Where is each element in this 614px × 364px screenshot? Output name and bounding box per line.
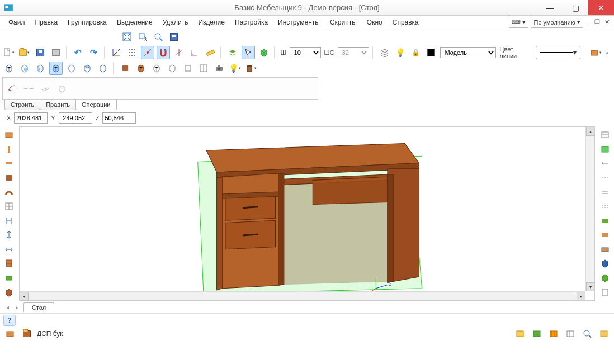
coord-y-input[interactable] xyxy=(59,112,92,124)
print-button[interactable] xyxy=(49,46,63,59)
menu-group[interactable]: Группировка xyxy=(63,17,112,28)
box-shaded-button[interactable] xyxy=(134,62,148,75)
snap-midpoint-button[interactable] xyxy=(141,46,154,59)
rt-mat2-button[interactable] xyxy=(598,229,612,242)
material-swatch-icon[interactable] xyxy=(3,327,17,341)
tab-operations[interactable]: Операции xyxy=(75,100,116,110)
tab-build[interactable]: Строить xyxy=(4,100,40,110)
rt-screw1-button[interactable] xyxy=(598,157,612,170)
view-back-button[interactable] xyxy=(18,62,31,75)
mdi-restore[interactable]: ❐ xyxy=(593,18,601,26)
rt-screw4-button[interactable] xyxy=(598,200,612,213)
grid-button[interactable] xyxy=(125,46,139,59)
scrollbar-horizontal[interactable]: ◂ ▸ xyxy=(20,291,585,300)
lock-button[interactable]: 🔒 xyxy=(409,46,422,59)
tab-scroll-right[interactable]: ▸ xyxy=(14,304,20,310)
view-front-button[interactable] xyxy=(2,62,16,75)
layer-combo[interactable]: Модель xyxy=(440,47,496,58)
mdi-close[interactable]: ✕ xyxy=(603,18,611,26)
sb-btn-6[interactable] xyxy=(597,327,611,341)
viewport-3d[interactable]: z x ▴ ▾ ◂ ▸ xyxy=(19,126,595,301)
lt-height-button[interactable] xyxy=(2,229,16,242)
sb-btn-5[interactable] xyxy=(580,327,594,341)
bulb-button[interactable]: 💡 xyxy=(394,46,407,59)
save-button[interactable] xyxy=(34,46,47,59)
material-folder-icon[interactable] xyxy=(20,327,34,341)
zoom-button[interactable] xyxy=(152,30,165,44)
snap-edge-button[interactable] xyxy=(172,46,186,59)
lt-curve-button[interactable] xyxy=(2,186,16,198)
trash-button[interactable] xyxy=(244,62,257,75)
scroll-down-button[interactable]: ▾ xyxy=(586,282,595,291)
viewmode-combo[interactable]: По умолчанию ▾ xyxy=(531,17,583,28)
view-iso-button[interactable] xyxy=(49,62,63,75)
overflow-icon[interactable]: » xyxy=(605,49,612,56)
width-select[interactable]: 10 xyxy=(290,47,321,58)
rt-mat3-button[interactable] xyxy=(598,243,612,256)
menu-selection[interactable]: Выделение xyxy=(112,17,158,28)
ws-select[interactable]: 32 xyxy=(338,47,369,58)
lt-grid-button[interactable] xyxy=(2,200,16,213)
sb-btn-3[interactable] xyxy=(547,327,560,341)
arc-tool-button[interactable] xyxy=(5,82,18,95)
rt-screw3-button[interactable] xyxy=(598,186,612,198)
rt-analyze-button[interactable] xyxy=(598,143,612,156)
fit-view-button[interactable] xyxy=(120,30,134,44)
rt-cube-button[interactable] xyxy=(598,257,612,270)
rt-mat1-button[interactable] xyxy=(598,214,612,227)
rt-screw2-button[interactable] xyxy=(598,172,612,185)
sb-btn-1[interactable] xyxy=(513,327,527,341)
view-left-button[interactable] xyxy=(34,62,47,75)
axis-button[interactable] xyxy=(110,46,123,59)
tab-edit[interactable]: Править xyxy=(40,100,76,110)
rt-sheet-button[interactable] xyxy=(598,286,612,299)
mdi-minimize[interactable]: – xyxy=(585,19,591,26)
box-wire2-button[interactable] xyxy=(166,62,179,75)
lt-measure-button[interactable] xyxy=(2,214,16,227)
menu-tools[interactable]: Инструменты xyxy=(273,17,325,28)
minimize-button[interactable]: — xyxy=(537,0,563,15)
menu-help[interactable]: Справка xyxy=(388,17,424,28)
menu-settings[interactable]: Настройка xyxy=(230,17,273,28)
box-split-button[interactable] xyxy=(197,62,210,75)
help-button[interactable]: ? xyxy=(3,315,16,326)
redo-button[interactable]: ↷ xyxy=(87,46,101,59)
rt-list-button[interactable] xyxy=(598,129,612,141)
view-top-button[interactable] xyxy=(81,62,94,75)
zoom-region-button[interactable] xyxy=(136,30,149,44)
ortho-button[interactable] xyxy=(188,46,201,59)
linestyle-combo[interactable]: ▾ xyxy=(536,46,580,59)
scrollbar-vertical[interactable]: ▴ ▾ xyxy=(585,127,594,291)
lt-facade-button[interactable] xyxy=(2,257,16,270)
lt-dim-button[interactable] xyxy=(2,243,16,256)
layers-button[interactable] xyxy=(226,46,239,59)
new-button[interactable] xyxy=(2,46,16,59)
box-tool-button[interactable] xyxy=(55,82,69,95)
menu-window[interactable]: Окно xyxy=(362,17,388,28)
doc-tab-table[interactable]: Стол xyxy=(23,302,54,312)
scroll-left-button[interactable]: ◂ xyxy=(20,292,29,301)
lt-drawer-button[interactable] xyxy=(2,272,16,285)
select-button[interactable] xyxy=(242,46,255,59)
camera-button[interactable] xyxy=(212,62,226,75)
view-bottom-button[interactable] xyxy=(96,62,110,75)
ruler-button[interactable] xyxy=(204,46,217,59)
material-button[interactable] xyxy=(589,46,603,59)
lt-shelf-button[interactable] xyxy=(2,157,16,170)
lt-block-button[interactable] xyxy=(2,172,16,185)
sb-btn-4[interactable] xyxy=(564,327,577,341)
menu-scripts[interactable]: Скрипты xyxy=(325,17,362,28)
close-button[interactable]: ✕ xyxy=(588,0,614,15)
lt-edge-button[interactable] xyxy=(2,143,16,156)
coord-z-input[interactable] xyxy=(102,112,136,124)
open-button[interactable] xyxy=(18,46,31,59)
plane-tool-button[interactable] xyxy=(39,82,52,95)
scroll-up-button[interactable]: ▴ xyxy=(586,127,595,136)
undo-button[interactable]: ↶ xyxy=(72,46,85,59)
rt-cube2-button[interactable] xyxy=(598,272,612,285)
view-right-button[interactable] xyxy=(65,62,78,75)
menu-delete[interactable]: Удалить xyxy=(158,17,193,28)
lt-box-button[interactable] xyxy=(2,286,16,299)
scroll-right-button[interactable]: ▸ xyxy=(577,292,585,301)
box-wire1-button[interactable] xyxy=(150,62,163,75)
